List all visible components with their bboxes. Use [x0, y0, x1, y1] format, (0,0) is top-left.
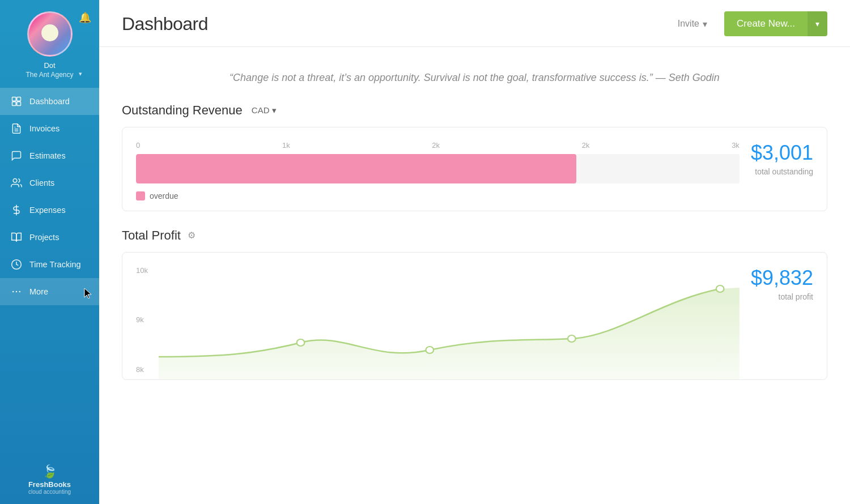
estimates-icon	[10, 150, 23, 162]
data-point-3	[568, 335, 576, 342]
currency-chevron-icon: ▾	[272, 105, 277, 116]
outstanding-label: total outstanding	[751, 167, 813, 176]
bar-track	[136, 154, 740, 183]
outstanding-revenue-header: Outstanding Revenue CAD ▾	[122, 103, 827, 118]
currency-label: CAD	[252, 105, 270, 115]
line-chart-svg	[159, 266, 740, 379]
sidebar-item-estimates[interactable]: Estimates	[0, 142, 99, 169]
header-actions: Invite ▾ Create New... ▾	[668, 11, 827, 36]
svg-point-6	[13, 178, 17, 182]
svg-rect-3	[17, 102, 21, 106]
outstanding-revenue-chart-card: 0 1k 2k 2k 3k overdue	[122, 127, 827, 211]
line-chart-area: 10k 9k 8k	[136, 266, 740, 379]
svg-point-11	[19, 291, 21, 293]
expenses-icon	[10, 204, 23, 216]
freshbooks-name: FreshBooks	[28, 480, 71, 489]
quote-section: “Change is not a threat, it’s an opportu…	[122, 64, 827, 103]
filter-icon[interactable]: ⚙	[188, 230, 196, 241]
axis-label-2k: 2k	[432, 141, 440, 150]
profit-total: $9,832 total profit	[751, 266, 813, 301]
sidebar-item-dashboard[interactable]: Dashboard	[0, 88, 99, 115]
outstanding-amount: $3,001	[751, 141, 813, 165]
nav-list: Dashboard Invoices Estimates Clients Exp	[0, 88, 99, 455]
quote-text: “Change is not a threat, it’s an opportu…	[144, 70, 805, 86]
outstanding-revenue-section: Outstanding Revenue CAD ▾ 0 1k 2k 2k 3k	[122, 103, 827, 211]
sidebar-item-label: Invoices	[29, 124, 60, 133]
legend-label-overdue: overdue	[150, 191, 178, 200]
total-profit-header: Total Profit ⚙	[122, 228, 827, 243]
line-chart-inner: 10k 9k 8k	[136, 266, 813, 379]
y-axis-labels: 10k 9k 8k	[136, 266, 148, 379]
svg-point-10	[16, 291, 18, 293]
profile-dropdown-icon[interactable]: ▾	[79, 70, 82, 78]
avatar[interactable]	[27, 11, 73, 57]
sidebar-item-label: Time Tracking	[29, 260, 81, 269]
invoices-icon	[10, 122, 23, 135]
create-new-dropdown-button[interactable]: ▾	[808, 11, 827, 36]
sidebar-item-projects[interactable]: Projects	[0, 224, 99, 251]
data-point-1	[297, 339, 305, 346]
currency-selector[interactable]: CAD ▾	[248, 104, 280, 117]
profit-label: total profit	[751, 292, 813, 301]
page-title: Dashboard	[122, 14, 208, 35]
clients-icon	[10, 177, 23, 189]
sidebar-item-label: Dashboard	[29, 97, 70, 106]
chart-axis-labels: 0 1k 2k 2k 3k	[136, 141, 740, 150]
page-content: “Change is not a threat, it’s an opportu…	[99, 47, 850, 504]
page-header: Dashboard Invite ▾ Create New... ▾	[99, 0, 850, 47]
outstanding-revenue-title: Outstanding Revenue	[122, 103, 243, 118]
sidebar-item-label: Projects	[29, 233, 59, 242]
y-label-9k: 9k	[136, 315, 148, 324]
freshbooks-logo-icon: 🍃	[28, 464, 71, 479]
svg-rect-1	[17, 97, 21, 101]
dashboard-icon	[10, 95, 23, 108]
chart-legend: overdue	[136, 191, 740, 200]
sidebar-item-label: Expenses	[29, 206, 66, 215]
create-new-wrapper: Create New... ▾	[724, 11, 827, 36]
create-new-button[interactable]: Create New...	[724, 11, 808, 36]
chart-area-fill	[159, 288, 740, 379]
y-label-8k: 8k	[136, 365, 148, 374]
profile-name: Dot	[44, 61, 55, 71]
invite-button[interactable]: Invite ▾	[668, 13, 717, 35]
legend-dot-overdue	[136, 191, 145, 200]
sidebar-item-label: Estimates	[29, 151, 66, 160]
bar-chart-area: 0 1k 2k 2k 3k overdue	[136, 141, 740, 200]
y-label-10k: 10k	[136, 266, 148, 275]
sidebar-item-time-tracking[interactable]: Time Tracking	[0, 251, 99, 278]
notification-bell-icon[interactable]: 🔔	[79, 11, 91, 24]
sidebar-item-label: More	[29, 287, 48, 296]
data-point-2	[426, 347, 434, 353]
sidebar-item-clients[interactable]: Clients	[0, 169, 99, 197]
time-tracking-icon	[10, 258, 23, 271]
axis-label-2k-2: 2k	[582, 141, 590, 150]
bar-chart-container: 0 1k 2k 2k 3k overdue	[136, 141, 813, 200]
freshbooks-tagline: cloud accounting	[28, 489, 71, 495]
data-point-4	[716, 285, 724, 292]
svg-rect-2	[12, 102, 16, 106]
axis-label-3k: 3k	[732, 141, 740, 150]
profile-section: 🔔 Dot The Ant Agency ▾	[0, 0, 99, 88]
svg-point-9	[12, 291, 14, 293]
total-profit-title: Total Profit	[122, 228, 181, 243]
profile-agency: The Ant Agency	[26, 71, 73, 79]
total-profit-chart-card: 10k 9k 8k	[122, 252, 827, 380]
projects-icon	[10, 231, 23, 244]
outstanding-total: $3,001 total outstanding	[751, 141, 813, 176]
main-content: Dashboard Invite ▾ Create New... ▾ “Chan…	[99, 0, 850, 504]
sidebar-item-label: Clients	[29, 178, 54, 187]
invite-chevron-icon: ▾	[703, 19, 707, 29]
profit-amount: $9,832	[751, 266, 813, 290]
axis-label-1k: 1k	[282, 141, 290, 150]
axis-label-0: 0	[136, 141, 140, 150]
sidebar-item-invoices[interactable]: Invoices	[0, 115, 99, 142]
freshbooks-logo: 🍃 FreshBooks cloud accounting	[0, 455, 99, 504]
svg-rect-0	[12, 97, 16, 101]
sidebar-item-expenses[interactable]: Expenses	[0, 197, 99, 224]
bar-fill-overdue	[136, 154, 576, 183]
sidebar: 🔔 Dot The Ant Agency ▾ Dashboard Invoice…	[0, 0, 99, 504]
total-profit-section: Total Profit ⚙ 10k 9k 8k	[122, 228, 827, 380]
invite-label: Invite	[678, 19, 699, 29]
more-icon	[10, 285, 23, 298]
sidebar-item-more[interactable]: More	[0, 278, 99, 305]
